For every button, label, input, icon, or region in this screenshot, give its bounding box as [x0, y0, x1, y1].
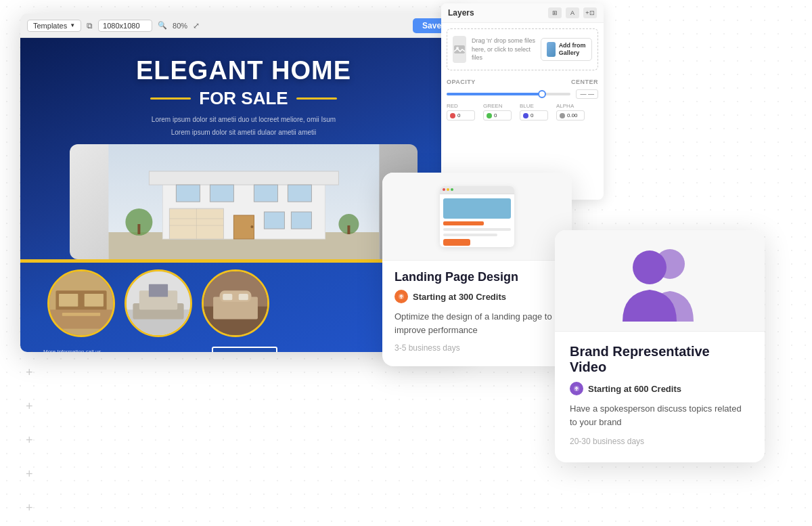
brand-credits-text: Starting at 600 Credits	[588, 384, 681, 394]
svg-rect-15	[291, 212, 311, 229]
red-dot	[450, 113, 455, 118]
brand-credit-icon	[570, 382, 583, 395]
svg-rect-6	[254, 185, 277, 202]
mockup-cta-button	[443, 239, 470, 246]
mockup-hero-image	[443, 198, 511, 219]
mockup-dot-red	[443, 188, 445, 191]
poster-title: ELEGANT HOME	[47, 57, 440, 85]
fit-icon: ⤢	[193, 21, 200, 30]
layers-body: Drag 'n' drop some files here, or click …	[441, 23, 604, 127]
plus-deco-7: +	[26, 399, 33, 414]
brand-card-body: Brand Representative Video Starting at 6…	[555, 332, 765, 446]
layers-text-icon[interactable]: A	[566, 7, 579, 18]
editor-toolbar: Templates ▼ ⧉ 🔍 80% ⤢ Save ▼	[20, 14, 467, 38]
svg-rect-26	[62, 313, 100, 316]
blue-dot	[523, 113, 528, 118]
phone-label: More Information call us	[43, 349, 101, 352]
opacity-slider[interactable]	[447, 93, 570, 95]
layers-title: Layers	[448, 8, 474, 18]
mockup-heading-bar	[443, 221, 484, 225]
plus-deco-9: +	[26, 467, 33, 481]
center-label: CENTER	[571, 79, 598, 85]
alpha-channel: ALPHA 0.00	[556, 103, 585, 120]
svg-point-43	[633, 250, 667, 284]
opacity-slider-fill	[447, 93, 540, 95]
mockup-text-line-2	[443, 234, 497, 236]
red-label: RED	[447, 103, 475, 109]
mockup-body	[440, 194, 514, 247]
upload-area[interactable]: Drag 'n' drop some files here, or click …	[447, 28, 598, 70]
blue-input[interactable]: 0	[520, 110, 548, 120]
mockup-dot-yellow	[447, 188, 449, 191]
upload-instructions: Drag 'n' drop some files here, or click …	[472, 37, 535, 62]
green-input[interactable]: 0	[483, 110, 512, 120]
color-controls-row: RED 0 GREEN 0 BLUE 0	[447, 103, 598, 120]
brand-card-title: Brand Representative Video	[570, 344, 750, 375]
layers-add-icon[interactable]: +⊡	[583, 7, 597, 18]
add-from-gallery-button[interactable]: Add from Gallery	[541, 38, 592, 61]
layers-header: Layers ⊞ A +⊡	[441, 3, 604, 23]
contact-info: 📞 More Information call us 000 123 456 7…	[30, 349, 101, 352]
landing-card-turnaround: 3-5 business days	[394, 343, 560, 353]
mockup-titlebar	[440, 186, 514, 194]
mockup-text-line-1	[443, 228, 511, 231]
save-label: Save	[422, 21, 441, 30]
landing-credits-badge: Starting at 300 Credits	[394, 290, 560, 303]
alpha-dot	[560, 113, 565, 118]
red-channel: RED 0	[447, 103, 475, 120]
brand-avatar-svg	[612, 240, 707, 322]
poster-desc-1: Lorem ipsum dolor sit ametii duo ut locr…	[47, 114, 440, 125]
alpha-input[interactable]: 0.00	[556, 110, 585, 120]
mockup-dot-green	[451, 188, 453, 191]
book-now-button[interactable]: BOOK NOW	[212, 347, 277, 352]
templates-label: Templates	[33, 22, 67, 30]
landing-page-mockup	[440, 186, 514, 247]
svg-rect-20	[347, 225, 350, 234]
size-input[interactable]	[98, 20, 152, 32]
brand-card-description: Have a spokesperson discuss topics relat…	[570, 402, 750, 429]
house-image	[70, 144, 418, 259]
svg-rect-16	[169, 209, 223, 239]
center-button[interactable]: — —	[576, 89, 598, 99]
svg-point-13	[250, 225, 253, 228]
gallery-btn-label: Add from Gallery	[559, 42, 586, 57]
green-label: GREEN	[483, 103, 512, 109]
opacity-slider-row: — —	[447, 89, 598, 99]
brand-rep-card: Brand Representative Video Starting at 6…	[555, 230, 765, 462]
svg-rect-31	[149, 284, 168, 297]
landing-credits-text: Starting at 300 Credits	[413, 292, 506, 302]
svg-rect-24	[85, 294, 104, 307]
upload-thumb	[453, 36, 466, 63]
alpha-label: ALPHA	[556, 103, 585, 109]
bedroom-photo	[202, 269, 269, 337]
layers-image-icon[interactable]: ⊞	[548, 7, 562, 18]
red-input[interactable]: 0	[447, 110, 475, 120]
plus-deco-8: +	[26, 433, 33, 447]
green-dot	[487, 113, 492, 118]
svg-rect-36	[223, 294, 232, 300]
landing-card-description: Optimize the design of a landing page to…	[394, 310, 560, 336]
svg-rect-14	[264, 212, 284, 229]
chevron-down-icon: ▼	[70, 22, 75, 28]
svg-rect-19	[137, 224, 140, 234]
templates-button[interactable]: Templates ▼	[27, 20, 81, 32]
search-icon: 🔍	[158, 21, 167, 30]
accent-line-right	[296, 97, 337, 100]
landing-card-title: Landing Page Design	[394, 270, 560, 284]
svg-rect-3	[149, 171, 338, 185]
living-room-photo	[125, 269, 192, 337]
brand-card-preview	[555, 230, 765, 332]
opacity-slider-handle	[538, 90, 546, 98]
plus-deco-6: +	[26, 366, 33, 380]
svg-rect-5	[210, 185, 233, 202]
kitchen-photo	[47, 269, 115, 337]
svg-rect-23	[59, 294, 78, 307]
svg-rect-25	[49, 309, 113, 328]
plus-deco-10: +	[26, 501, 33, 515]
landing-card-preview	[382, 173, 572, 261]
svg-rect-7	[288, 185, 311, 202]
layers-panel: Layers ⊞ A +⊡ Drag 'n' drop some files h…	[441, 3, 604, 200]
blue-label: BLUE	[520, 103, 548, 109]
blue-channel: BLUE 0	[520, 103, 548, 120]
svg-rect-38	[454, 45, 465, 53]
